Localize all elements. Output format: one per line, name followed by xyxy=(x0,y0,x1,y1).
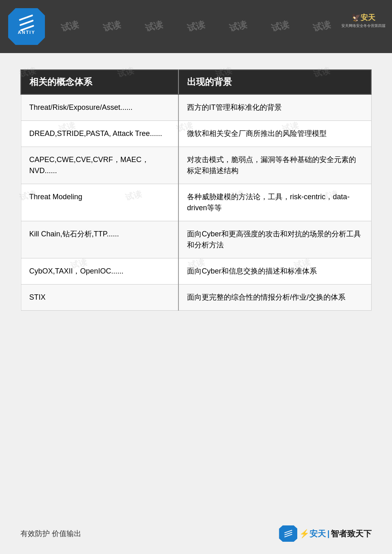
top-brand-subtitle: 安天网络安全冬令营第四届 xyxy=(341,23,385,29)
table-header-row: 相关的概念体系 出现的背景 xyxy=(21,70,371,94)
top-brand-title: 🦅安天 xyxy=(352,13,375,22)
table-row: DREAD,STRIDE,PASTA, Attack Tree......微软和… xyxy=(21,121,371,147)
footer-logo-icon xyxy=(279,525,297,542)
table-row: CAPEC,CWE,CVE,CVRF，MAEC，NVD......对攻击模式，脆… xyxy=(21,147,371,184)
logo: ANTIY xyxy=(8,8,45,45)
watermark-5: 试读 xyxy=(228,18,248,35)
cell-background: 各种威胁建模的方法论，工具，risk-centric，data-driven等等 xyxy=(178,184,371,221)
col2-header: 出现的背景 xyxy=(178,70,371,94)
watermark-2: 试读 xyxy=(102,18,122,35)
top-right-logo: 🦅安天 安天网络安全冬令营第四届 xyxy=(341,4,386,37)
watermark-1: 试读 xyxy=(60,18,80,35)
cell-background: 微软和相关安全厂商所推出的风险管理模型 xyxy=(178,121,371,147)
cell-concept: CybOX,TAXII，OpenIOC...... xyxy=(21,258,178,285)
cell-concept: Kill Chain,钻石分析,TTP...... xyxy=(21,221,178,258)
header: ANTIY 试读 试读 试读 试读 试读 试读 试读 🦅安天 安天网络安全冬令营… xyxy=(0,0,392,53)
header-watermarks: 试读 试读 试读 试读 试读 试读 试读 xyxy=(0,0,392,53)
cell-concept: Threat Modeling xyxy=(21,184,178,221)
watermark-7: 试读 xyxy=(312,18,332,35)
cell-concept: Threat/Risk/Exposure/Asset...... xyxy=(21,94,178,121)
table-row: CybOX,TAXII，OpenIOC......面向Cyber和信息交换的描述… xyxy=(21,258,371,285)
table-row: STIX面向更完整的综合性的情报分析/作业/交换的体系 xyxy=(21,285,371,311)
watermark-6: 试读 xyxy=(270,18,290,35)
cell-background: 面向Cyber和更高强度的攻击和对抗的场景的分析工具和分析方法 xyxy=(178,221,371,258)
concept-table: 相关的概念体系 出现的背景 Threat/Risk/Exposure/Asset… xyxy=(20,69,372,311)
cell-background: 面向Cyber和信息交换的描述和标准体系 xyxy=(178,258,371,285)
col1-header: 相关的概念体系 xyxy=(21,70,178,94)
footer-brand-left: ⚡安天 xyxy=(299,529,326,538)
cell-background: 西方的IT管理和标准化的背景 xyxy=(178,94,371,121)
footer-brand-right: 智者致天下 xyxy=(331,529,372,538)
cell-background: 面向更完整的综合性的情报分析/作业/交换的体系 xyxy=(178,285,371,311)
footer: 有效防护 价值输出 ⚡安天|智者致天下 xyxy=(0,525,392,542)
footer-brand-text: ⚡安天|智者致天下 xyxy=(299,528,372,539)
table-row: Threat/Risk/Exposure/Asset......西方的IT管理和… xyxy=(21,94,371,121)
table-row: Kill Chain,钻石分析,TTP......面向Cyber和更高强度的攻击… xyxy=(21,221,371,258)
cell-concept: STIX xyxy=(21,285,178,311)
footer-slogan: 有效防护 价值输出 xyxy=(20,529,81,538)
cell-concept: DREAD,STRIDE,PASTA, Attack Tree...... xyxy=(21,121,178,147)
cell-concept: CAPEC,CWE,CVE,CVRF，MAEC，NVD...... xyxy=(21,147,178,184)
main-content: 试读 试读 试读 试读 试读 试读 试读 试读 试读 试读 试读 试读 试读 试… xyxy=(0,53,392,327)
watermark-3: 试读 xyxy=(144,18,164,35)
cell-background: 对攻击模式，脆弱点，漏洞等各种基础的安全元素的标定和描述结构 xyxy=(178,147,371,184)
watermark-4: 试读 xyxy=(186,18,206,35)
footer-brand: ⚡安天|智者致天下 xyxy=(279,525,372,542)
table-row: Threat Modeling各种威胁建模的方法论，工具，risk-centri… xyxy=(21,184,371,221)
